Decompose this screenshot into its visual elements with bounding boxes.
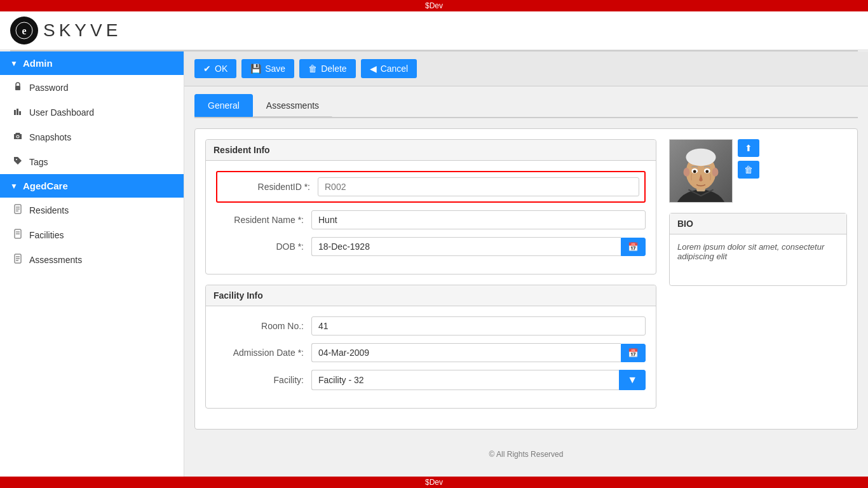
svg-point-28 bbox=[705, 170, 709, 173]
trash-icon: 🗑 bbox=[744, 165, 753, 175]
delete-button[interactable]: 🗑 Delete bbox=[299, 59, 355, 78]
facility-dropdown-btn[interactable]: ▼ bbox=[619, 370, 646, 390]
delete-photo-btn[interactable]: 🗑 bbox=[738, 161, 759, 179]
facility-label: Facility: bbox=[216, 375, 311, 385]
resident-id-row: ResidentID *: bbox=[216, 171, 646, 203]
tag-icon bbox=[13, 156, 23, 168]
form-container: Resident Info ResidentID *: bbox=[194, 128, 858, 430]
svg-point-22 bbox=[686, 149, 715, 166]
camera-icon bbox=[13, 131, 23, 143]
room-no-input[interactable] bbox=[311, 316, 646, 336]
sidebar-item-password[interactable]: Password bbox=[0, 75, 184, 100]
facility-select-group: Facility - 32 Facility - 1 Facility - 10… bbox=[311, 370, 646, 390]
tab-assessments[interactable]: Assessments bbox=[253, 94, 332, 117]
room-no-row: Room No.: bbox=[216, 316, 646, 336]
admin-chevron-icon: ▼ bbox=[10, 59, 18, 68]
resident-photo bbox=[669, 139, 733, 203]
photo-controls: ⬆ 🗑 bbox=[738, 139, 759, 179]
lock-icon bbox=[13, 81, 23, 93]
facility-row: Facility: Facility - 32 Facility - 1 Fac… bbox=[216, 370, 646, 390]
form-layout: Resident Info ResidentID *: bbox=[205, 139, 847, 419]
ok-button[interactable]: ✔ OK bbox=[194, 59, 236, 78]
sidebar-item-assessments[interactable]: Assessments bbox=[0, 247, 184, 272]
svg-point-23 bbox=[684, 168, 690, 177]
tab-general[interactable]: General bbox=[194, 94, 253, 117]
resident-name-label: Resident Name *: bbox=[216, 215, 311, 225]
bio-section: BIO Lorem ipsum dolor sit amet, consecte… bbox=[669, 213, 847, 286]
sidebar-item-snapshots[interactable]: Snapshots bbox=[0, 125, 184, 149]
sidebar-item-user-dashboard[interactable]: User Dashboard bbox=[0, 100, 184, 125]
chart-icon bbox=[13, 106, 23, 118]
tabs: General Assessments bbox=[194, 94, 858, 118]
assessments-label: Assessments bbox=[29, 255, 82, 265]
bottom-dev-bar: $Dev bbox=[0, 477, 868, 488]
top-dev-bar: $Dev bbox=[0, 0, 868, 11]
admission-calendar-icon: 📅 bbox=[628, 348, 639, 358]
svg-point-24 bbox=[712, 168, 719, 177]
dob-row: DOB *: 📅 bbox=[216, 237, 646, 256]
content-area: ✔ OK 💾 Save 🗑 Delete ◀ Cancel bbox=[184, 51, 868, 478]
user-dashboard-label: User Dashboard bbox=[29, 107, 94, 118]
facility-select[interactable]: Facility - 32 Facility - 1 Facility - 10… bbox=[311, 370, 619, 390]
svg-text:e: e bbox=[22, 25, 26, 36]
photo-image bbox=[670, 139, 732, 203]
resident-id-input[interactable] bbox=[318, 177, 639, 196]
delete-trash-icon: 🗑 bbox=[308, 64, 317, 74]
bio-title: BIO bbox=[670, 214, 846, 234]
facility-info-body: Room No.: Admission Date *: bbox=[206, 306, 656, 408]
sidebar-item-residents[interactable]: Residents bbox=[0, 198, 184, 222]
resident-name-row: Resident Name *: bbox=[216, 210, 646, 229]
main-layout: ▼ Admin Password User Dashb bbox=[0, 51, 868, 478]
facility-info-section: Facility Info Room No.: Admission Date *… bbox=[205, 285, 656, 409]
sidebar-item-tags[interactable]: Tags bbox=[0, 149, 184, 174]
dob-calendar-btn[interactable]: 📅 bbox=[621, 238, 646, 256]
logo-icon: e bbox=[10, 17, 38, 44]
svg-rect-2 bbox=[15, 86, 20, 90]
snapshots-label: Snapshots bbox=[29, 132, 71, 142]
agedcare-label: AgedCare bbox=[23, 180, 68, 191]
sidebar-agedcare-header[interactable]: ▼ AgedCare bbox=[0, 174, 184, 198]
resident-info-section: Resident Info ResidentID *: bbox=[205, 139, 656, 274]
admission-date-input[interactable] bbox=[311, 343, 621, 362]
save-button[interactable]: 💾 Save bbox=[241, 59, 294, 78]
header: e SKYVE bbox=[0, 11, 868, 50]
footer: © All Rights Reserved bbox=[184, 440, 868, 469]
calendar-icon: 📅 bbox=[628, 242, 639, 252]
toolbar: ✔ OK 💾 Save 🗑 Delete ◀ Cancel bbox=[184, 51, 868, 86]
tags-label: Tags bbox=[29, 157, 48, 167]
admission-date-calendar-btn[interactable]: 📅 bbox=[621, 344, 646, 362]
photo-area: ⬆ 🗑 bbox=[669, 139, 847, 203]
footer-text: © All Rights Reserved bbox=[489, 450, 564, 459]
room-no-label: Room No.: bbox=[216, 321, 311, 331]
resident-info-body: ResidentID *: Resident Name *: bbox=[206, 161, 656, 274]
chevron-down-icon: ▼ bbox=[627, 374, 637, 385]
facilities-label: Facilities bbox=[29, 230, 64, 240]
upload-icon: ⬆ bbox=[745, 143, 752, 153]
svg-point-5 bbox=[16, 159, 17, 160]
svg-point-27 bbox=[693, 170, 696, 173]
logo: e SKYVE bbox=[10, 17, 121, 44]
resident-name-input[interactable] bbox=[311, 210, 646, 229]
assessments-file-icon bbox=[13, 254, 23, 266]
sidebar-item-facilities[interactable]: Facilities bbox=[0, 222, 184, 247]
residents-file-icon bbox=[13, 204, 23, 216]
upload-photo-btn[interactable]: ⬆ bbox=[738, 139, 759, 157]
agedcare-chevron-icon: ▼ bbox=[10, 182, 18, 191]
resident-info-title: Resident Info bbox=[206, 140, 656, 161]
svg-point-4 bbox=[17, 136, 19, 138]
bio-text: Lorem ipsum dolor sit amet, consectetur … bbox=[670, 234, 846, 285]
dob-label: DOB *: bbox=[216, 241, 311, 252]
logo-text: SKYVE bbox=[43, 20, 121, 41]
residents-label: Residents bbox=[29, 205, 69, 215]
dob-input[interactable] bbox=[311, 237, 621, 256]
cancel-button[interactable]: ◀ Cancel bbox=[361, 59, 417, 78]
save-disk-icon: 💾 bbox=[250, 64, 261, 74]
password-label: Password bbox=[29, 83, 68, 93]
cancel-arrow-icon: ◀ bbox=[370, 64, 377, 74]
facilities-file-icon bbox=[13, 229, 23, 241]
sidebar-admin-header[interactable]: ▼ Admin bbox=[0, 51, 184, 75]
form-left: Resident Info ResidentID *: bbox=[205, 139, 656, 419]
admission-date-row: Admission Date *: 📅 bbox=[216, 343, 646, 362]
resident-id-label: ResidentID *: bbox=[222, 182, 318, 192]
resident-id-form-row: ResidentID *: bbox=[222, 177, 639, 196]
